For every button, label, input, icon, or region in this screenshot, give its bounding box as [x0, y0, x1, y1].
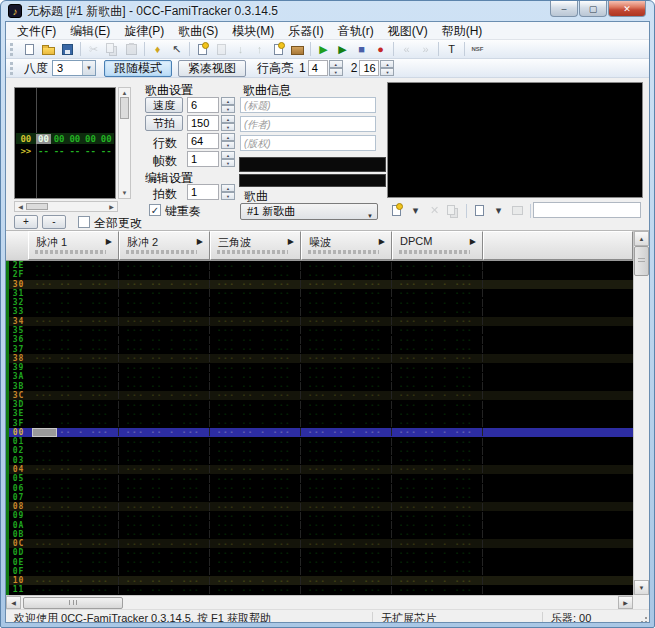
pattern-cursor[interactable] [32, 428, 57, 437]
pattern-cell[interactable]: --- -- - --- [210, 475, 301, 483]
instrument-name-input[interactable] [533, 202, 641, 218]
pattern-cell[interactable]: --- -- - --- [28, 336, 119, 344]
pattern-cell[interactable]: --- -- - --- [119, 503, 210, 511]
step-spinner[interactable]: ▲▼ [221, 184, 235, 200]
pattern-cell[interactable]: --- -- - --- [119, 549, 210, 557]
open-file-icon[interactable] [39, 41, 58, 58]
pattern-cell[interactable]: --- -- - --- [119, 428, 210, 436]
pattern-cell[interactable]: --- -- - --- [392, 493, 483, 501]
pattern-cell[interactable]: --- -- - --- [392, 271, 483, 279]
pattern-cell[interactable]: --- -- - --- [119, 465, 210, 473]
frame-pattern-value[interactable]: -- [51, 146, 67, 156]
pattern-cell[interactable]: --- -- - --- [119, 521, 210, 529]
save-file-icon[interactable] [58, 41, 77, 58]
tempo-spinner[interactable]: ▲▼ [221, 115, 235, 131]
pattern-cell[interactable]: --- -- - --- [301, 558, 392, 566]
pattern-row-05[interactable]: 05--- -- - ------ -- - ------ -- - -----… [9, 474, 633, 483]
pattern-cell[interactable]: --- -- - --- [210, 401, 301, 409]
frames-field[interactable]: 1 [187, 151, 219, 167]
pattern-cell[interactable]: --- -- - --- [210, 280, 301, 288]
frame-duplicate-icon[interactable] [269, 41, 288, 58]
pattern-cell[interactable]: --- -- - --- [301, 354, 392, 362]
channel-expand-icon[interactable]: ▶ [379, 237, 385, 246]
pattern-cell[interactable]: --- -- - --- [119, 447, 210, 455]
pattern-cell[interactable]: --- -- - --- [28, 549, 119, 557]
frame-add-button[interactable]: + [14, 215, 38, 229]
pattern-cell[interactable]: --- -- - --- [210, 549, 301, 557]
speed-field[interactable]: 6 [187, 97, 219, 113]
frame-pattern-value[interactable]: 00 [83, 134, 99, 144]
pattern-cell[interactable]: --- -- - --- [392, 391, 483, 399]
scroll-down-icon[interactable]: ▼ [634, 580, 649, 595]
pattern-cell[interactable]: --- -- - --- [210, 577, 301, 585]
pattern-cell[interactable]: --- -- - --- [28, 577, 119, 585]
pattern-cell[interactable]: --- -- - --- [28, 401, 119, 409]
pattern-row-2E[interactable]: 2E--- -- - ------ -- - ------ -- - -----… [9, 261, 633, 270]
stop-icon[interactable]: ■ [352, 41, 371, 58]
pattern-cell[interactable]: --- -- - --- [119, 271, 210, 279]
menu-item-1[interactable]: 编辑(E) [63, 22, 117, 40]
pattern-cell[interactable]: --- -- - --- [119, 577, 210, 585]
pattern-cell[interactable]: --- -- - --- [392, 280, 483, 288]
pattern-cell[interactable]: --- -- - --- [28, 326, 119, 334]
frame-add-icon[interactable] [193, 41, 212, 58]
pattern-cell[interactable]: --- -- - --- [392, 558, 483, 566]
frame-pattern-value[interactable]: 00 [67, 134, 83, 144]
pattern-row-0D[interactable]: 0D--- -- - ------ -- - ------ -- - -----… [9, 548, 633, 557]
pattern-cell[interactable]: --- -- - --- [301, 428, 392, 436]
pattern-cell[interactable]: --- -- - --- [301, 503, 392, 511]
scroll-left-icon[interactable]: ◀ [15, 204, 26, 210]
highlight1-spinner[interactable]: ▲▼ [329, 60, 343, 76]
maximize-button[interactable]: ▢ [579, 1, 607, 17]
menu-item-5[interactable]: 乐器(I) [281, 22, 330, 40]
pattern-cell[interactable]: --- -- - --- [210, 308, 301, 316]
pattern-cell[interactable]: --- -- - --- [392, 438, 483, 446]
pattern-cell[interactable]: --- -- - --- [28, 521, 119, 529]
pattern-cell[interactable]: --- -- - --- [301, 317, 392, 325]
pattern-row-32[interactable]: 32--- -- - ------ -- - ------ -- - -----… [9, 298, 633, 307]
pattern-cell[interactable]: --- -- - --- [392, 299, 483, 307]
pattern-cell[interactable]: --- -- - --- [301, 345, 392, 353]
pattern-cell[interactable]: --- -- - --- [392, 503, 483, 511]
tempo-button[interactable]: 节拍 [145, 115, 183, 131]
pattern-cell[interactable]: --- -- - --- [210, 271, 301, 279]
pattern-row-39[interactable]: 39--- -- - ------ -- - ------ -- - -----… [9, 363, 633, 372]
frame-horizontal-scrollbar[interactable]: ◀ ▶ [14, 201, 118, 212]
edit-instrument-icon[interactable] [470, 202, 489, 219]
song-selector-dropdown[interactable]: #1 新歌曲 ▼ [240, 203, 378, 220]
pattern-cell[interactable]: --- -- - --- [301, 447, 392, 455]
pattern-row-35[interactable]: 35--- -- - ------ -- - ------ -- - -----… [9, 326, 633, 335]
pattern-cell[interactable]: --- -- - --- [119, 484, 210, 492]
pattern-cell[interactable]: --- -- - --- [392, 586, 483, 594]
pattern-cell[interactable]: --- -- - --- [392, 326, 483, 334]
channel-expand-icon[interactable]: ▶ [197, 237, 203, 246]
frame-pattern-value[interactable]: -- [83, 146, 99, 156]
pattern-cell[interactable]: --- -- - --- [119, 558, 210, 566]
pattern-cell[interactable]: --- -- - --- [28, 317, 119, 325]
pattern-cell[interactable]: --- -- - --- [301, 521, 392, 529]
frame-remove-button[interactable]: - [42, 215, 66, 229]
pattern-cell[interactable]: --- -- - --- [301, 484, 392, 492]
speed-button[interactable]: 速度 [145, 97, 183, 113]
pattern-cell[interactable]: --- -- - --- [392, 577, 483, 585]
pattern-cell[interactable]: --- -- - --- [210, 336, 301, 344]
pattern-cell[interactable]: --- -- - --- [28, 558, 119, 566]
pattern-cell[interactable]: --- -- - --- [28, 345, 119, 353]
chevron-down-icon[interactable]: ▼ [82, 61, 95, 75]
menu-item-2[interactable]: 旋律(P) [117, 22, 171, 40]
cursor-icon[interactable]: ↖ [167, 41, 186, 58]
step-field[interactable]: 1 [187, 184, 219, 200]
song-author-input[interactable] [240, 116, 376, 132]
pattern-cell[interactable]: --- -- - --- [392, 484, 483, 492]
pattern-cell[interactable]: --- -- - --- [119, 280, 210, 288]
pattern-cell[interactable]: --- -- - --- [28, 438, 119, 446]
pattern-cell[interactable]: --- -- - --- [392, 289, 483, 297]
pattern-cell[interactable]: --- -- - --- [119, 326, 210, 334]
pattern-cell[interactable]: --- -- - --- [392, 308, 483, 316]
pattern-cell[interactable]: --- -- - --- [119, 410, 210, 418]
scroll-up-icon[interactable]: ▲ [119, 90, 130, 96]
pattern-row-3C[interactable]: 3C--- -- - ------ -- - ------ -- - -----… [9, 391, 633, 400]
pattern-row-3A[interactable]: 3A--- -- - ------ -- - ------ -- - -----… [9, 372, 633, 381]
pattern-cell[interactable]: --- -- - --- [28, 567, 119, 575]
play-pattern-icon[interactable]: ▶ [333, 41, 352, 58]
